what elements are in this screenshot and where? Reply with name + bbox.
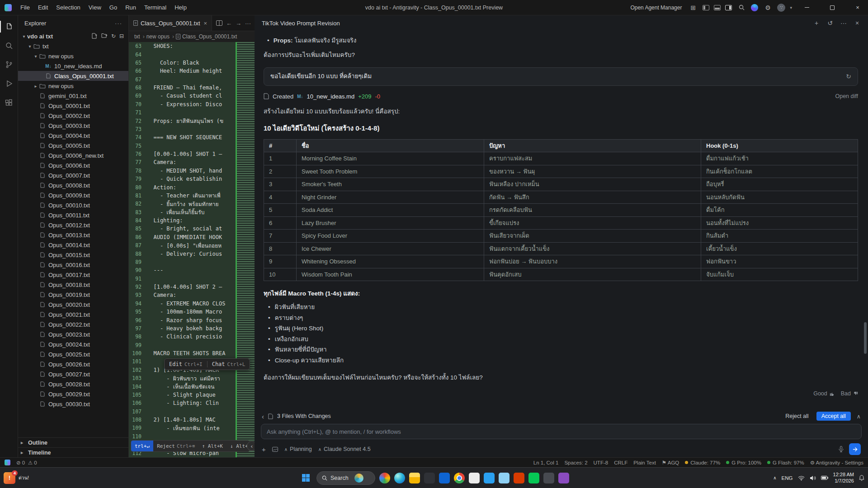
minimap[interactable] bbox=[236, 42, 255, 457]
menu-edit[interactable]: Edit bbox=[34, 3, 52, 12]
editor-more-actions-icon[interactable]: ··· bbox=[245, 20, 251, 27]
taskbar-app-visual-studio[interactable] bbox=[558, 473, 569, 483]
tree-item-opus-00027-txt[interactable]: Opus_00027.txt bbox=[18, 369, 128, 379]
source-control-icon[interactable] bbox=[0, 55, 18, 74]
taskbar-app-camera[interactable] bbox=[543, 473, 554, 483]
tray-chevron-icon[interactable]: ∧ bbox=[773, 475, 776, 480]
notifications-icon[interactable] bbox=[859, 475, 864, 481]
close-button[interactable]: × bbox=[847, 0, 868, 15]
tree-item-opus-00023-txt[interactable]: Opus_00023.txt bbox=[18, 329, 128, 339]
mode-selector[interactable]: ∧Planning bbox=[284, 446, 312, 452]
quota-claude[interactable]: Claude: 77% bbox=[685, 460, 720, 465]
indentation[interactable]: Spaces: 2 bbox=[564, 460, 587, 465]
toggle-left-panel-icon[interactable] bbox=[703, 5, 709, 10]
tree-item-new-opus[interactable]: ▸new opus bbox=[18, 81, 128, 91]
menu-selection[interactable]: Selection bbox=[52, 3, 84, 12]
tree-item-txt[interactable]: ▾txt bbox=[18, 41, 128, 51]
tree-item-opus-00022-txt[interactable]: Opus_00022.txt bbox=[18, 319, 128, 329]
tree-item-gemini-001-txt[interactable]: gemini_001.txt bbox=[18, 91, 128, 101]
navigate-back-icon[interactable]: ← bbox=[226, 20, 232, 27]
tree-item-opus-00014-txt[interactable]: Opus_00014.txt bbox=[18, 240, 128, 250]
history-icon[interactable]: ↺ bbox=[825, 18, 835, 28]
tree-item-opus-00010-txt[interactable]: Opus_00010.txt bbox=[18, 200, 128, 210]
menu-help[interactable]: Help bbox=[170, 3, 191, 12]
menu-run[interactable]: Run bbox=[121, 3, 140, 12]
files-with-changes-label[interactable]: 3 Files With Changes bbox=[277, 413, 331, 419]
minimize-button[interactable] bbox=[797, 0, 817, 15]
run-debug-icon[interactable] bbox=[0, 74, 18, 93]
reject-all-button[interactable]: Reject all bbox=[785, 413, 808, 419]
accept-all-button[interactable]: Accept all bbox=[816, 412, 851, 421]
prev-file-icon[interactable]: ‹ bbox=[262, 413, 264, 420]
tree-item-opus-00005-txt[interactable]: Opus_00005.txt bbox=[18, 141, 128, 150]
taskbar-app-chrome[interactable] bbox=[454, 473, 465, 483]
explorer-icon[interactable] bbox=[0, 17, 18, 36]
antigravity-logo-icon[interactable] bbox=[751, 4, 758, 11]
breadcrumb-file[interactable]: Class_Opus_00001.txt bbox=[182, 33, 240, 40]
antigravity-settings[interactable]: ⚙ Antigravity - Settings bbox=[810, 460, 863, 466]
taskbar-app-office[interactable] bbox=[514, 473, 524, 483]
extensions-icon[interactable] bbox=[0, 93, 18, 112]
taskbar-app-notepad[interactable] bbox=[469, 473, 480, 483]
maximize-button[interactable] bbox=[822, 0, 843, 15]
taskbar-app-terminal[interactable] bbox=[424, 473, 435, 483]
toggle-bottom-panel-icon[interactable] bbox=[714, 5, 721, 10]
open-diff-button[interactable]: Open diff bbox=[835, 92, 858, 101]
tree-item-opus-00006-new-txt[interactable]: Opus_00006_new.txt bbox=[18, 150, 128, 160]
panel-more-icon[interactable]: ··· bbox=[838, 18, 849, 28]
grid-layout-icon[interactable]: ⊞ bbox=[688, 3, 698, 13]
tab-class-opus-00001[interactable]: Class_Opus_00001.txt × bbox=[129, 15, 212, 31]
menu-view[interactable]: View bbox=[85, 3, 105, 12]
collapse-folders-icon[interactable]: ⊟ bbox=[119, 33, 124, 39]
created-filename[interactable]: 10_new_ideas.md bbox=[307, 92, 355, 101]
account-chevron-icon[interactable]: ▾ bbox=[790, 5, 792, 10]
wifi-icon[interactable] bbox=[798, 475, 805, 481]
tree-item-opus-00002-txt[interactable]: Opus_00002.txt bbox=[18, 111, 128, 121]
model-selector[interactable]: ∧Claude Sonnet 4.5 bbox=[318, 446, 371, 452]
tree-item-opus-00024-txt[interactable]: Opus_00024.txt bbox=[18, 339, 128, 349]
feedback-good-button[interactable]: Good bbox=[813, 389, 835, 398]
tree-item-opus-00030-txt[interactable]: Opus_00030.txt bbox=[18, 399, 128, 409]
inline-edit-button[interactable]: Edit Ctrl+I bbox=[165, 361, 207, 367]
new-folder-icon[interactable] bbox=[101, 33, 108, 39]
widgets-button[interactable]: ! 4 ด่วน! bbox=[4, 472, 29, 484]
tree-item-10-new-ideas-md[interactable]: M↓10_new_ideas.md bbox=[18, 61, 128, 71]
volume-icon[interactable] bbox=[810, 475, 816, 481]
tree-item-opus-00011-txt[interactable]: Opus_00011.txt bbox=[18, 210, 128, 220]
battery-icon[interactable] bbox=[821, 476, 828, 480]
tree-item-opus-00021-txt[interactable]: Opus_00021.txt bbox=[18, 310, 128, 319]
taskbar-app-file-explorer[interactable] bbox=[409, 473, 420, 483]
tree-item-opus-00008-txt[interactable]: Opus_00008.txt bbox=[18, 180, 128, 190]
microphone-icon[interactable] bbox=[839, 446, 844, 452]
tree-item-opus-00009-txt[interactable]: Opus_00009.txt bbox=[18, 190, 128, 200]
tree-item-vdo-ai-txt[interactable]: ▾vdo ai txt↻⊟ bbox=[18, 31, 128, 41]
quota-g-pro[interactable]: G Pro: 100% bbox=[726, 460, 761, 465]
encoding[interactable]: UTF-8 bbox=[594, 460, 609, 465]
account-avatar[interactable]: ∵ bbox=[777, 4, 785, 12]
settings-gear-icon[interactable]: ⚙ bbox=[763, 3, 773, 13]
tree-item-opus-00020-txt[interactable]: Opus_00020.txt bbox=[18, 300, 128, 310]
panel-close-icon[interactable]: × bbox=[852, 18, 863, 28]
explorer-more-icon[interactable]: ··· bbox=[115, 20, 122, 27]
tree-item-opus-00028-txt[interactable]: Opus_00028.txt bbox=[18, 379, 128, 389]
breadcrumb-folder[interactable]: txt bbox=[134, 33, 145, 40]
flag-indicator[interactable]: ⚑ AGQ bbox=[662, 460, 679, 466]
tree-item-opus-00003-txt[interactable]: Opus_00003.txt bbox=[18, 121, 128, 131]
menu-terminal[interactable]: Terminal bbox=[140, 3, 170, 12]
tree-item-opus-00006-txt[interactable]: Opus_00006.txt bbox=[18, 160, 128, 170]
start-button[interactable] bbox=[299, 471, 312, 485]
taskbar-search[interactable]: Search bbox=[316, 471, 375, 485]
tree-item-opus-00017-txt[interactable]: Opus_00017.txt bbox=[18, 270, 128, 280]
cursor-position[interactable]: Ln 1, Col 1 bbox=[533, 460, 559, 465]
accept-diff-button[interactable]: trl+↵ bbox=[131, 441, 153, 451]
statusbar-logo-icon[interactable] bbox=[5, 460, 10, 465]
inline-chat-button[interactable]: Chat Ctrl+L bbox=[207, 361, 250, 367]
menu-go[interactable]: Go bbox=[105, 3, 121, 12]
send-button[interactable] bbox=[849, 443, 861, 455]
new-file-icon[interactable] bbox=[92, 33, 98, 39]
tree-item-opus-00026-txt[interactable]: Opus_00026.txt bbox=[18, 359, 128, 369]
search-sidebar-icon[interactable] bbox=[0, 36, 18, 55]
collapse-diffbar-button[interactable]: ‹ bbox=[247, 441, 255, 451]
taskbar-app-edge[interactable] bbox=[394, 473, 405, 483]
taskbar-app-vscode[interactable] bbox=[484, 473, 495, 483]
